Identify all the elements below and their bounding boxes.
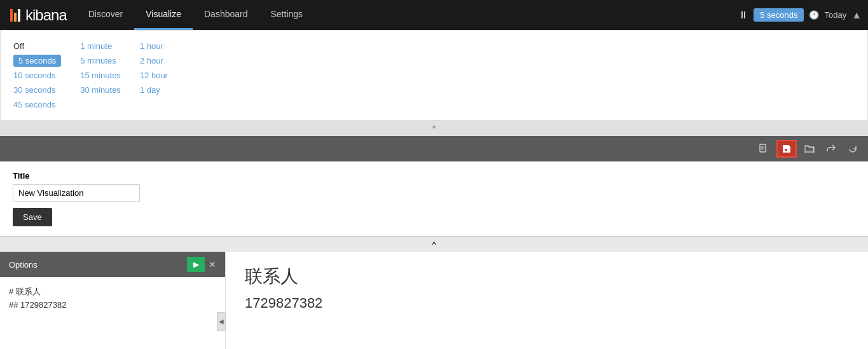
close-button[interactable]: ✕ (209, 257, 216, 272)
editor-area: # 联系人 ## 1729827382 (0, 277, 225, 349)
kibana-logo: kibana (10, 6, 67, 24)
pause-icon: ⏸ (738, 10, 748, 21)
nav-settings[interactable]: Settings (259, 0, 314, 30)
interval-10s[interactable]: 10 seconds (13, 69, 61, 81)
chevron-up-nav: ▲ (851, 10, 862, 21)
refresh-btn[interactable] (844, 141, 862, 156)
editor-line-2: ## 1729827382 (9, 300, 216, 310)
interval-col-2: 1 minute 5 minutes 15 minutes 30 minutes (80, 40, 121, 111)
interval-5s[interactable]: 5 seconds (13, 55, 61, 67)
title-label: Title (13, 171, 855, 181)
interval-12h[interactable]: 12 hour (140, 69, 168, 81)
title-input[interactable] (13, 184, 140, 202)
logo-bars (10, 9, 20, 22)
nav-visualize[interactable]: Visualize (134, 0, 193, 30)
today-link[interactable]: Today (824, 10, 846, 20)
collapse-bar-bottom[interactable]: ^ (0, 236, 868, 252)
options-actions: ▶ ✕ (187, 257, 216, 272)
interval-1h[interactable]: 1 hour (140, 40, 168, 52)
bottom-section: Options ▶ ✕ # 联系人 ## 1729827382 ◀ 联系人 17… (0, 252, 868, 349)
play-button[interactable]: ▶ (187, 257, 205, 272)
options-header: Options ▶ ✕ (0, 252, 225, 277)
left-panel: Options ▶ ✕ # 联系人 ## 1729827382 (0, 252, 226, 349)
interval-15m[interactable]: 15 minutes (80, 69, 121, 81)
interval-1d[interactable]: 1 day (140, 84, 168, 96)
collapse-bar-top[interactable]: ^ (0, 121, 868, 136)
interval-45s[interactable]: 45 seconds (13, 99, 61, 111)
logo-bar-2 (14, 13, 17, 22)
navbar: kibana Discover Visualize Dashboard Sett… (0, 0, 868, 30)
nav-dashboard[interactable]: Dashboard (193, 0, 259, 30)
panel-collapse-toggle[interactable]: ◀ (217, 312, 226, 331)
new-doc-btn[interactable] (755, 141, 773, 156)
navbar-right: ⏸ 5 seconds 🕐 Today ▲ (738, 8, 868, 22)
interval-dropdown: Off 5 seconds 10 seconds 30 seconds 45 s… (0, 30, 868, 121)
save-button[interactable]: Save (13, 208, 52, 226)
interval-5m[interactable]: 5 minutes (80, 55, 121, 67)
open-btn[interactable] (801, 141, 818, 156)
save-form: Title Save (0, 161, 868, 236)
options-label: Options (9, 260, 38, 270)
logo-bar-3 (18, 9, 20, 22)
interval-col-3: 1 hour 2 hour 12 hour 1 day (140, 40, 168, 111)
clock-icon: 🕐 (809, 10, 819, 20)
time-badge[interactable]: 5 seconds (754, 8, 804, 22)
save-icon-btn[interactable] (776, 140, 797, 158)
chevron-up-2: ^ (432, 240, 436, 249)
toolbar (0, 136, 868, 161)
chevron-up-1: ^ (432, 124, 436, 133)
brand: kibana (0, 0, 77, 30)
logo-text: kibana (25, 6, 67, 24)
editor-line-1: # 联系人 (9, 286, 216, 298)
logo-bar-1 (10, 9, 13, 22)
share-btn[interactable] (822, 141, 840, 156)
interval-2h[interactable]: 2 hour (140, 55, 168, 67)
nav-links: Discover Visualize Dashboard Settings (77, 0, 314, 30)
interval-1m[interactable]: 1 minute (80, 40, 121, 52)
interval-col-1: Off 5 seconds 10 seconds 30 seconds 45 s… (13, 40, 61, 111)
interval-off[interactable]: Off (13, 40, 61, 52)
interval-30s[interactable]: 30 seconds (13, 84, 61, 96)
viz-title: 联系人 (245, 264, 849, 289)
right-panel: 联系人 1729827382 https://blog.csdn.net/aaa… (226, 252, 868, 349)
nav-discover[interactable]: Discover (77, 0, 134, 30)
interval-30m[interactable]: 30 minutes (80, 84, 121, 96)
viz-number: 1729827382 (245, 295, 849, 311)
